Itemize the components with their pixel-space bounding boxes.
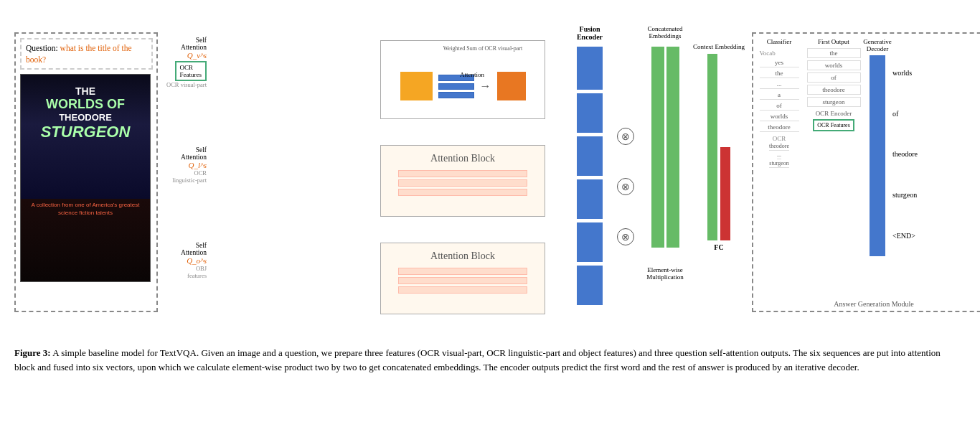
book-title: THE WORLDS OF THEODORE STURGEON bbox=[24, 85, 146, 141]
fusion-seg-5 bbox=[577, 222, 603, 262]
big-decoder-col: Generative Decoder bbox=[867, 38, 888, 256]
ab-stripe-b3 bbox=[398, 286, 527, 294]
attention-block-detail: Weighted Sum of OCR visual-part → Attent… bbox=[380, 40, 545, 119]
book-title-the: THE bbox=[24, 85, 146, 97]
ocr-encoder-label: OCR Encoder bbox=[816, 110, 852, 117]
vocab-the: the bbox=[760, 69, 799, 78]
weighted-sum-label: Weighted Sum of OCR visual-part bbox=[424, 45, 542, 52]
question-box: Question: what is the title of the book? bbox=[20, 38, 153, 70]
row-label-3: SelfAttention Q_o^s OBJfeatures bbox=[164, 242, 207, 279]
attention-block-top: Weighted Sum of OCR visual-part → Attent… bbox=[359, 37, 560, 119]
dw-sturgeon: sturgeon bbox=[807, 97, 861, 107]
out-worlds: worlds bbox=[892, 69, 912, 77]
first-output-label: First Output bbox=[818, 38, 849, 45]
dw-theodore: theodore bbox=[807, 85, 861, 95]
multiply-circle-2: ⊗ bbox=[617, 178, 634, 195]
fusion-gap-5 bbox=[577, 263, 603, 265]
dw-of: of bbox=[807, 72, 861, 83]
ab-stripe-2 bbox=[398, 179, 527, 187]
decoder-col: First Output the worlds of theodore stur… bbox=[805, 38, 862, 256]
vocab-worlds: worlds bbox=[760, 112, 799, 121]
ab-stripe-3 bbox=[398, 189, 527, 196]
q-label-3: Q_o^s bbox=[187, 256, 207, 265]
ocr-dots: ... bbox=[777, 151, 781, 159]
fusion-gap-3 bbox=[577, 177, 603, 179]
fusion-seg-2 bbox=[577, 93, 603, 133]
multiply-circle-3: ⊗ bbox=[617, 228, 634, 245]
book-cover: THE WORLDS OF THEODORE STURGEON A collec… bbox=[20, 74, 151, 282]
vocab-dots1: ... bbox=[760, 80, 799, 89]
fc-green-bar bbox=[707, 54, 717, 240]
ab-stripe-1 bbox=[398, 170, 527, 177]
fusion-seg-1 bbox=[577, 47, 603, 90]
ab-stripe-bars-middle bbox=[398, 170, 527, 196]
vocab-of: of bbox=[760, 101, 799, 111]
attention-block-middle-title: Attention Block bbox=[430, 153, 495, 164]
concat-bars bbox=[651, 47, 679, 262]
attention-block-simple-bottom: Attention Block bbox=[380, 243, 545, 314]
fusion-gap-4 bbox=[577, 220, 603, 222]
feature-sublabel-3: OBJfeatures bbox=[187, 265, 207, 279]
vocab-a: a bbox=[760, 90, 799, 100]
vocab-theodore: theodore bbox=[760, 123, 799, 132]
generative-decoder-label: Generative Decoder bbox=[863, 38, 891, 52]
left-section: Question: what is the title of the book?… bbox=[14, 32, 158, 312]
out-sturgeon: sturgeon bbox=[892, 191, 917, 199]
decoder-words: the worlds of theodore sturgeon bbox=[807, 48, 861, 107]
self-attention-label-1: SelfAttention bbox=[181, 37, 207, 51]
fusion-seg-3 bbox=[577, 136, 603, 176]
caption-bold: Figure 3: bbox=[14, 347, 51, 358]
fc-bar-container bbox=[707, 54, 730, 240]
self-attention-label-2: SelfAttention bbox=[181, 146, 207, 161]
answer-generation-module: Classifier Vocab yes the ... a of worlds… bbox=[752, 32, 980, 312]
caption-text: A simple baseline model for TextVQA. Giv… bbox=[14, 347, 941, 372]
fusion-encoder-label: Fusion Encoder bbox=[568, 25, 611, 41]
element-wise-label: Element-wise Multiplication bbox=[640, 266, 690, 281]
context-label: Context Embedding bbox=[693, 43, 745, 50]
out-of: of bbox=[892, 110, 898, 118]
ocr-theodore: theodore bbox=[769, 142, 789, 151]
fusion-gap-2 bbox=[577, 133, 603, 136]
concat-green-bar-1 bbox=[651, 47, 664, 248]
dw-worlds: worlds bbox=[807, 60, 861, 70]
fusion-bars bbox=[577, 47, 603, 305]
diagram-area: Question: what is the title of the book?… bbox=[14, 7, 966, 337]
multiply-circle-1: ⊗ bbox=[617, 128, 634, 145]
caption: Figure 3: A simple baseline model for Te… bbox=[14, 346, 961, 374]
book-title-theodore: THEODORE bbox=[24, 112, 146, 123]
out-theodore: theodore bbox=[892, 150, 918, 158]
row-labels: SelfAttention Q_v^s OCRFeatures OCR visu… bbox=[164, 7, 207, 309]
ab-arrow: → bbox=[480, 80, 491, 93]
attention-block-bottom-title: Attention Block bbox=[430, 250, 495, 262]
concat-section: Concatenated Embeddings Element-wise Mul… bbox=[640, 22, 690, 323]
row-label-1: SelfAttention Q_v^s OCRFeatures OCR visu… bbox=[164, 37, 207, 88]
fusion-seg-4 bbox=[577, 179, 603, 219]
out-end: <END> bbox=[892, 232, 915, 240]
fc-label: FC bbox=[714, 243, 723, 251]
ab-bar-2 bbox=[438, 83, 474, 90]
big-blue-bar bbox=[870, 55, 885, 256]
concat-green-bar-2 bbox=[666, 47, 679, 248]
attention-blocks-section: Weighted Sum of OCR visual-part → Attent… bbox=[359, 22, 560, 323]
ocr-features-box-1: OCRFeatures bbox=[175, 61, 207, 81]
concatenated-label: Concatenated Embeddings bbox=[640, 25, 690, 39]
output-col: worlds of theodore sturgeon <END> bbox=[892, 38, 936, 256]
fc-red-bar bbox=[720, 147, 730, 240]
q-label-1: Q_v^s bbox=[187, 51, 207, 60]
main-figure: Question: what is the title of the book?… bbox=[14, 7, 966, 374]
vocab-yes: yes bbox=[760, 58, 799, 67]
q-label-2: Q_l^s bbox=[189, 161, 207, 169]
row-label-2: SelfAttention Q_l^s OCRlinguistic-part bbox=[164, 146, 207, 184]
book-title-worlds: WORLDS OF bbox=[24, 97, 146, 112]
feature-sublabel-1: OCR visual-part bbox=[166, 81, 207, 88]
ocr-label: OCR bbox=[773, 135, 786, 142]
classifier-label: Classifier bbox=[767, 38, 792, 45]
agm-inner: Classifier Vocab yes the ... a of worlds… bbox=[758, 38, 980, 256]
ocr-features-right: OCR Features bbox=[813, 119, 854, 131]
fusion-gap-1 bbox=[577, 90, 603, 93]
question-prefix: Question: bbox=[26, 44, 58, 52]
feature-sublabel-2: OCRlinguistic-part bbox=[172, 169, 207, 184]
vocab-label: Vocab bbox=[760, 50, 799, 57]
fusion-seg-6 bbox=[577, 266, 603, 305]
attention-inner-label: Attention bbox=[460, 71, 484, 78]
